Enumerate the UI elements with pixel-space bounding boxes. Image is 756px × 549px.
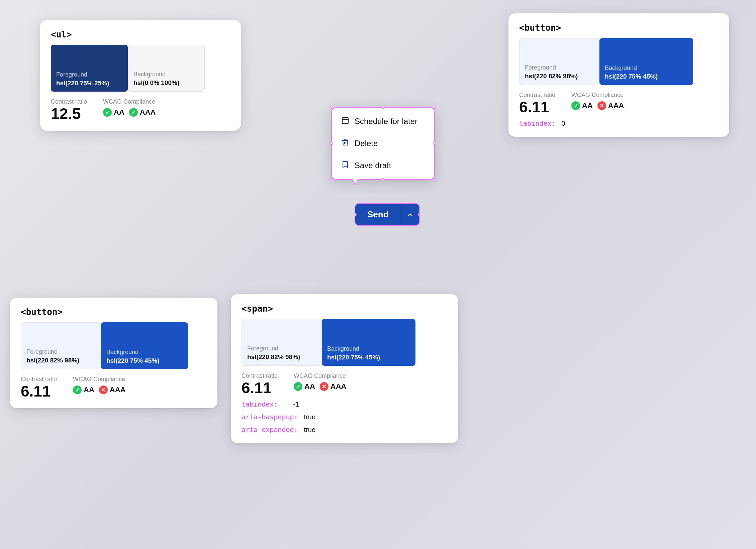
bg-value-bottom-right: hsl(220 75% 45%): [327, 354, 410, 361]
color-swatches-bottom-right: Foreground hsl(220 82% 98%) Background h…: [242, 319, 448, 366]
wcag-label-top-left: WCAG Compliance: [103, 98, 156, 105]
contrast-value-top-right: 6.11: [519, 99, 555, 115]
aaa-label-bottom-right: AAA: [330, 382, 347, 391]
bg-value-bottom-left: hsl(220 75% 45%): [106, 357, 183, 364]
bg-swatch-top-right: Background hsl(220 75% 45%): [599, 38, 693, 85]
contrast-value-bottom-left: 6.11: [21, 383, 57, 399]
tabindex-row-top-right: tabindex: 0: [519, 119, 719, 127]
send-button[interactable]: Send: [355, 204, 401, 225]
aaa-fail-icon-bottom-right: ✕: [320, 382, 328, 391]
wcag-badges-bottom-left: ✓ AA ✕ AAA: [73, 386, 125, 394]
contrast-block-top-right: Contrast ratio 6.11: [519, 92, 555, 115]
delete-label: Delete: [355, 139, 378, 148]
fg-value-top-right: hsl(220 82% 98%): [525, 73, 594, 80]
dropdown-item-save-draft[interactable]: Save draft: [332, 154, 434, 177]
fg-swatch-bottom-left: Foreground hsl(220 82% 98%): [21, 322, 101, 369]
contrast-label-top-right: Contrast ratio: [519, 92, 555, 99]
aaa-badge-top-right: ✕ AAA: [597, 101, 624, 110]
aa-pass-icon-bottom-left: ✓: [73, 386, 82, 394]
fg-value-bottom-left: hsl(220 82% 98%): [26, 357, 95, 364]
contrast-label-bottom-right: Contrast ratio: [242, 372, 278, 379]
aaa-label-bottom-left: AAA: [110, 386, 126, 394]
aa-label-top-right: AA: [582, 101, 593, 110]
calendar-icon: [341, 116, 349, 126]
schedule-label: Schedule for later: [355, 117, 417, 126]
wcag-badges-bottom-right: ✓ AA ✕ AAA: [294, 382, 346, 391]
fg-swatch-top-left: Foreground hsl(220 75% 25%): [51, 45, 128, 92]
fg-swatch-top-right: Foreground hsl(220 82% 98%): [519, 38, 599, 85]
aaa-badge-top-left: ✓ AAA: [129, 108, 156, 117]
bookmark-icon: [341, 160, 349, 171]
card-top-left: <ul> Foreground hsl(220 75% 25%) Backgro…: [40, 20, 241, 131]
bg-swatch-bottom-left: Background hsl(220 75% 45%): [101, 322, 188, 369]
send-button-group[interactable]: Send: [355, 203, 420, 226]
wcag-label-top-right: WCAG Compliance: [571, 92, 624, 99]
fg-swatch-bottom-right: Foreground hsl(220 82% 98%): [242, 319, 322, 366]
color-swatches-bottom-left: Foreground hsl(220 82% 98%) Background h…: [21, 322, 207, 369]
aria-haspopup-key: aria-haspopup:: [242, 413, 298, 421]
aa-label-bottom-right: AA: [304, 382, 315, 391]
card-top-left-tag: <ul>: [51, 29, 230, 39]
color-swatches-top-left: Foreground hsl(220 75% 25%) Background h…: [51, 45, 230, 92]
contrast-value-bottom-right: 6.11: [242, 380, 278, 396]
bg-swatch-top-left: Background hsl(0 0% 100%): [128, 45, 205, 92]
bg-swatch-bottom-right: Background hsl(220 75% 45%): [322, 319, 415, 366]
tabindex-row-bottom-right: tabindex: -1: [242, 400, 448, 408]
stats-row-bottom-left: Contrast ratio 6.11 WCAG Compliance ✓ AA…: [21, 376, 207, 399]
fg-label-top-left: Foreground: [56, 71, 122, 78]
aa-badge-bottom-right: ✓ AA: [294, 382, 315, 391]
color-swatches-top-right: Foreground hsl(220 82% 98%) Background h…: [519, 38, 719, 85]
aa-badge-top-right: ✓ AA: [571, 101, 593, 110]
aria-expanded-row: aria-expanded: true: [242, 426, 448, 434]
wcag-block-top-right: WCAG Compliance ✓ AA ✕ AAA: [571, 92, 624, 110]
card-bottom-right-tag: <span>: [242, 304, 448, 314]
aria-expanded-val: true: [304, 426, 315, 434]
aa-pass-icon-top-right: ✓: [571, 101, 580, 110]
aria-expanded-key: aria-expanded:: [242, 426, 298, 434]
bg-value-top-left: hsl(0 0% 100%): [133, 79, 199, 87]
aaa-pass-icon-top-left: ✓: [129, 108, 138, 117]
bg-label-bottom-right: Background: [327, 345, 410, 352]
card-bottom-left-tag: <button>: [21, 307, 207, 317]
wcag-label-bottom-right: WCAG Compliance: [294, 372, 346, 379]
fg-value-top-left: hsl(220 75% 25%): [56, 80, 122, 87]
wcag-block-bottom-left: WCAG Compliance ✓ AA ✕ AAA: [73, 376, 125, 394]
aaa-label-top-right: AAA: [608, 101, 624, 110]
fg-label-bottom-left: Foreground: [26, 348, 95, 355]
tabindex-key-top-right: tabindex:: [519, 119, 555, 127]
contrast-label-bottom-left: Contrast ratio: [21, 376, 57, 383]
card-top-right-tag: <button>: [519, 23, 719, 33]
aria-haspopup-row: aria-haspopup: true: [242, 413, 448, 421]
aria-haspopup-val: true: [304, 413, 315, 421]
dropdown-item-delete[interactable]: Delete: [332, 132, 434, 154]
svg-rect-0: [342, 118, 348, 124]
trash-icon: [341, 138, 349, 148]
contrast-label-top-left: Contrast ratio: [51, 98, 87, 105]
wcag-badges-top-left: ✓ AA ✓ AAA: [103, 108, 156, 117]
contrast-block-bottom-right: Contrast ratio 6.11: [242, 372, 278, 396]
stats-row-bottom-right: Contrast ratio 6.11 WCAG Compliance ✓ AA…: [242, 372, 448, 396]
aaa-fail-icon-bottom-left: ✕: [99, 386, 108, 394]
save-draft-label: Save draft: [355, 161, 391, 170]
tabindex-key-bottom-right: tabindex:: [242, 400, 278, 408]
aa-label-bottom-left: AA: [84, 386, 94, 394]
fg-label-bottom-right: Foreground: [247, 345, 316, 352]
tabindex-val-top-right: 0: [561, 120, 565, 127]
contrast-block-top-left: Contrast ratio 12.5: [51, 98, 87, 121]
card-bottom-right: <span> Foreground hsl(220 82% 98%) Backg…: [231, 294, 458, 443]
fg-label-top-right: Foreground: [525, 64, 594, 71]
bg-label-top-left: Background: [133, 71, 199, 78]
aaa-badge-bottom-left: ✕ AAA: [99, 386, 126, 394]
wcag-block-bottom-right: WCAG Compliance ✓ AA ✕ AAA: [294, 372, 346, 391]
bg-label-bottom-left: Background: [106, 349, 183, 356]
card-bottom-left: <button> Foreground hsl(220 82% 98%) Bac…: [10, 298, 217, 408]
aaa-label-top-left: AAA: [140, 108, 156, 117]
chevron-button[interactable]: [401, 204, 419, 225]
contrast-block-bottom-left: Contrast ratio 6.11: [21, 376, 57, 399]
stats-row-top-right: Contrast ratio 6.11 WCAG Compliance ✓ AA…: [519, 92, 719, 115]
aaa-badge-bottom-right: ✕ AAA: [320, 382, 347, 391]
aa-badge-bottom-left: ✓ AA: [73, 386, 94, 394]
wcag-badges-top-right: ✓ AA ✕ AAA: [571, 101, 624, 110]
aa-label-top-left: AA: [114, 108, 124, 117]
dropdown-item-schedule[interactable]: Schedule for later: [332, 110, 434, 132]
